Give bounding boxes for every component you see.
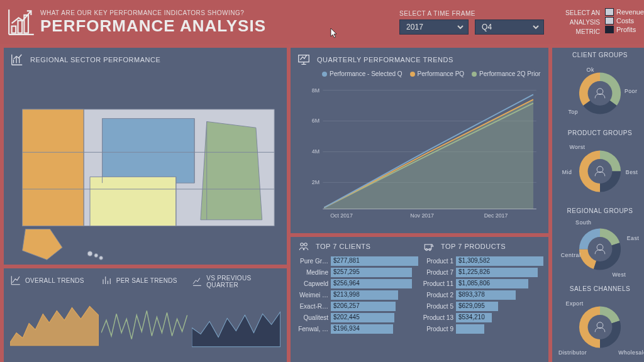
svg-text:West: West (612, 272, 626, 278)
panel-quarterly: QUARTERLY PERFORMANCE TRENDS Performance… (291, 48, 548, 233)
year-select[interactable]: 2017 (399, 19, 469, 35)
metric-selector: SELECT AN ANALYSIS METRIC RevenueCostsPr… (565, 8, 644, 36)
svg-point-29 (588, 159, 613, 184)
svg-point-24 (588, 81, 613, 106)
svg-text:East: East (627, 235, 640, 241)
svg-text:Ok: Ok (587, 67, 594, 73)
metric-option[interactable]: Revenue (605, 8, 644, 16)
svg-point-5 (99, 256, 103, 260)
sparkline-vsprev[interactable] (192, 291, 280, 358)
svg-point-3 (87, 251, 92, 256)
donut-title: CLIENT GROUPS (556, 52, 644, 58)
svg-text:Central: Central (561, 252, 581, 258)
spark-title: PER SALE TRENDS (116, 277, 177, 284)
sparkline-persale[interactable] (101, 288, 190, 358)
chevron-down-icon (457, 23, 464, 31)
svg-rect-0 (12, 26, 16, 33)
svg-point-23 (429, 249, 431, 251)
page-title: PERFORMANCE ANALYSIS (40, 16, 266, 36)
top7-clients: TOP 7 CLIENTS Pure Gr…$277,881Medline$25… (296, 241, 418, 335)
quarter-select[interactable]: Q4 (475, 19, 544, 35)
bar-row[interactable]: Pure Gr…$277,881 (296, 256, 418, 266)
svg-text:Dec 2017: Dec 2017 (484, 212, 508, 219)
donut-title: PRODUCT GROUPS (556, 129, 644, 136)
panel-title: TOP 7 CLIENTS (316, 243, 370, 250)
svg-text:Best: Best (626, 169, 638, 175)
panel-title: QUARTERLY PERFORMANCE TRENDS (317, 56, 453, 63)
quarterly-line-chart[interactable]: 8M 6M 4M 2M Oct 2017Nov 2017Dec 2017 (297, 80, 542, 221)
svg-point-4 (94, 254, 98, 258)
bar-row[interactable]: Product 5$629,095 (421, 301, 543, 312)
dashboard-header: WHAT ARE OUR KEY PERFORMANCE INDICATORS … (0, 0, 644, 44)
bar-chart-icon (10, 53, 24, 67)
svg-text:2M: 2M (312, 179, 319, 185)
panel-mini-trends: OVERALL TRENDS PER SALE TRENDS VS PREVIO… (4, 268, 287, 362)
trend-up-icon (10, 275, 21, 286)
bar-row[interactable]: Product 11$1,085,806 (421, 278, 543, 289)
header-subtitle: WHAT ARE OUR KEY PERFORMANCE INDICATORS … (40, 9, 266, 16)
bar-chart-up-icon (8, 8, 35, 36)
svg-text:Worst: Worst (569, 144, 585, 150)
bar-row[interactable]: Capweld$256,964 (296, 278, 418, 289)
svg-text:Distributor: Distributor (558, 349, 587, 356)
svg-text:Top: Top (568, 109, 578, 115)
bar-row[interactable]: Exact-R…$206,257 (296, 301, 418, 312)
logo-block: WHAT ARE OUR KEY PERFORMANCE INDICATORS … (8, 8, 266, 36)
bar-row[interactable]: Product 9 (421, 324, 543, 334)
panel-regional: REGIONAL SECTOR PERFORMANCE (4, 48, 287, 265)
spark-title: OVERALL TRENDS (25, 277, 84, 284)
svg-rect-6 (299, 55, 309, 62)
svg-text:4M: 4M (312, 148, 319, 155)
products-icon (423, 241, 435, 252)
bar-row[interactable]: Product 7$1,225,826 (421, 267, 543, 278)
svg-text:Nov 2017: Nov 2017 (410, 212, 434, 219)
bar-row[interactable]: Product 2$893,378 (421, 290, 543, 300)
bar-row[interactable]: Fenwal, …$196,934 (296, 324, 418, 334)
panel-title: REGIONAL SECTOR PERFORMANCE (30, 56, 160, 63)
svg-point-22 (426, 249, 428, 251)
svg-text:8M: 8M (312, 87, 319, 94)
bar-row[interactable]: Weimei …$213,998 (296, 290, 418, 300)
bar-row[interactable]: Qualitest$202,445 (296, 312, 418, 323)
donut-chart[interactable]: SouthEastCentralWest (556, 216, 644, 282)
metric-caption: SELECT AN ANALYSIS METRIC (565, 8, 600, 36)
svg-text:Export: Export (566, 300, 584, 307)
svg-point-34 (588, 237, 613, 261)
cursor-icon (330, 28, 338, 39)
donut-title: REGIONAL GROUPS (556, 207, 644, 214)
bar-row[interactable]: Product 1$1,309,582 (421, 256, 543, 266)
donut-chart[interactable]: OkPoorTop (556, 60, 644, 126)
metric-option[interactable]: Profits (605, 26, 644, 33)
spark-title: VS PREVIOUS QUARTER (206, 275, 280, 288)
bar-row[interactable]: Product 13$534,210 (421, 312, 543, 323)
panel-top7: TOP 7 CLIENTS Pure Gr…$277,881Medline$25… (291, 237, 548, 362)
presentation-icon (297, 53, 311, 67)
sparkline-overall[interactable] (10, 288, 99, 358)
donut-chart[interactable]: WorstMidBest (556, 138, 644, 204)
donut-title: SALES CHANNELS (556, 285, 644, 292)
svg-rect-1 (18, 21, 23, 33)
svg-text:Oct 2017: Oct 2017 (330, 212, 353, 219)
metric-option[interactable]: Costs (605, 17, 644, 25)
chart-legend: Performance - Selected Q Performance PQ … (322, 70, 542, 77)
svg-text:Mid: Mid (562, 169, 572, 175)
dashboard-body: REGIONAL SECTOR PERFORMANCE (0, 44, 644, 362)
quarter-selected: Q4 (482, 23, 492, 31)
svg-text:South: South (575, 219, 591, 226)
trend-bars-icon (101, 275, 113, 286)
bar-row[interactable]: Medline$257,295 (296, 267, 418, 278)
svg-point-19 (301, 243, 304, 246)
us-map[interactable] (10, 70, 280, 277)
timeframe-label: SELECT A TIME FRAME (399, 10, 475, 17)
panel-title: TOP 7 PRODUCTS (441, 243, 506, 250)
year-selected: 2017 (406, 23, 423, 31)
svg-text:6M: 6M (312, 118, 319, 124)
svg-point-40 (588, 315, 613, 339)
svg-point-20 (304, 243, 308, 246)
donut-chart[interactable]: ExportDistributorWholesale (556, 293, 644, 359)
trend-compare-icon (192, 276, 203, 287)
clients-icon (298, 241, 309, 252)
chevron-down-icon (532, 23, 540, 31)
svg-text:Wholesale: Wholesale (618, 349, 644, 356)
timeframe-block: SELECT A TIME FRAME 2017 Q4 (399, 10, 544, 35)
